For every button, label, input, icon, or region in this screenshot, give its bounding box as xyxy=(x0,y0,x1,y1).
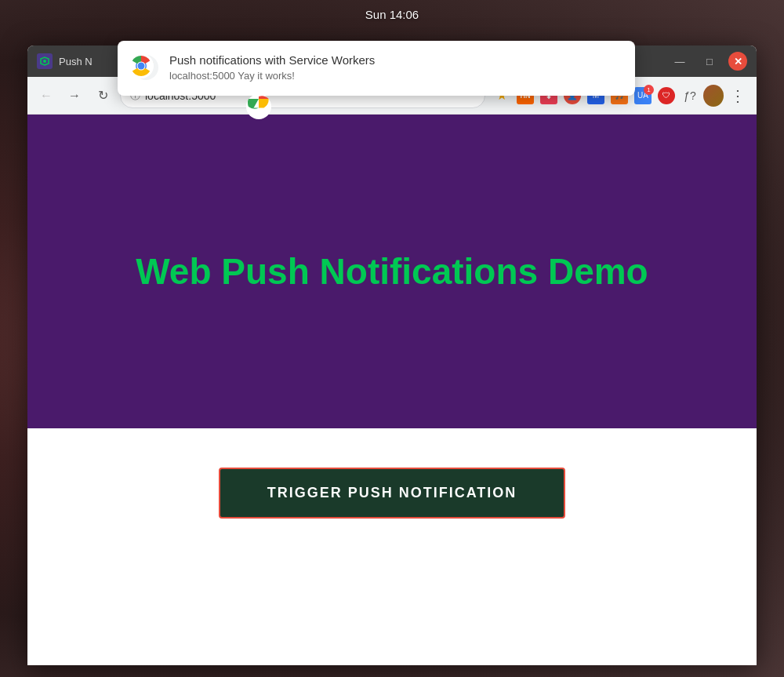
notification-title: Push notifications with Service Workers xyxy=(169,53,619,67)
profile-avatar[interactable] xyxy=(703,86,724,106)
browser-window: Push N — □ ✕ ← → ↻ ⓘ localhost:5000 ★ xyxy=(27,45,757,665)
notification-subtitle: localhost:5000 Yay it works! xyxy=(169,70,619,82)
white-section: TRIGGER PUSH NOTIFICATION xyxy=(27,428,757,665)
maximize-button[interactable]: □ xyxy=(699,52,720,71)
chrome-logo xyxy=(246,94,271,119)
notification-chrome-icon-overlay xyxy=(129,53,154,78)
minimize-button[interactable]: — xyxy=(669,52,691,71)
svg-point-10 xyxy=(138,63,145,70)
trigger-push-notification-button[interactable]: TRIGGER PUSH NOTIFICATION xyxy=(219,468,566,519)
ublock-extension-icon[interactable]: 🛡 xyxy=(656,86,677,106)
close-button[interactable]: ✕ xyxy=(728,52,747,71)
hero-section: Web Push Notifications Demo xyxy=(27,115,757,428)
notification-body: Push notifications with Service Workers … xyxy=(169,53,619,82)
ua-extension-icon[interactable]: UA 1 xyxy=(633,86,653,106)
notification-popup[interactable]: Push notifications with Service Workers … xyxy=(118,41,635,96)
fscript-extension-icon[interactable]: ƒ? xyxy=(680,86,700,106)
ua-badge: 1 xyxy=(644,85,654,95)
hero-title: Web Push Notifications Demo xyxy=(136,250,648,293)
browser-menu-button[interactable]: ⋮ xyxy=(727,85,749,107)
window-controls: — □ ✕ xyxy=(669,52,747,71)
refresh-button[interactable]: ↻ xyxy=(92,85,114,107)
forward-button[interactable]: → xyxy=(64,85,85,107)
page-content: Web Push Notifications Demo TRIGGER PUSH… xyxy=(27,115,757,665)
system-clock: Sun 14:06 xyxy=(365,8,419,21)
back-button[interactable]: ← xyxy=(35,85,57,107)
tab-favicon xyxy=(37,53,53,69)
svg-point-6 xyxy=(43,60,46,63)
